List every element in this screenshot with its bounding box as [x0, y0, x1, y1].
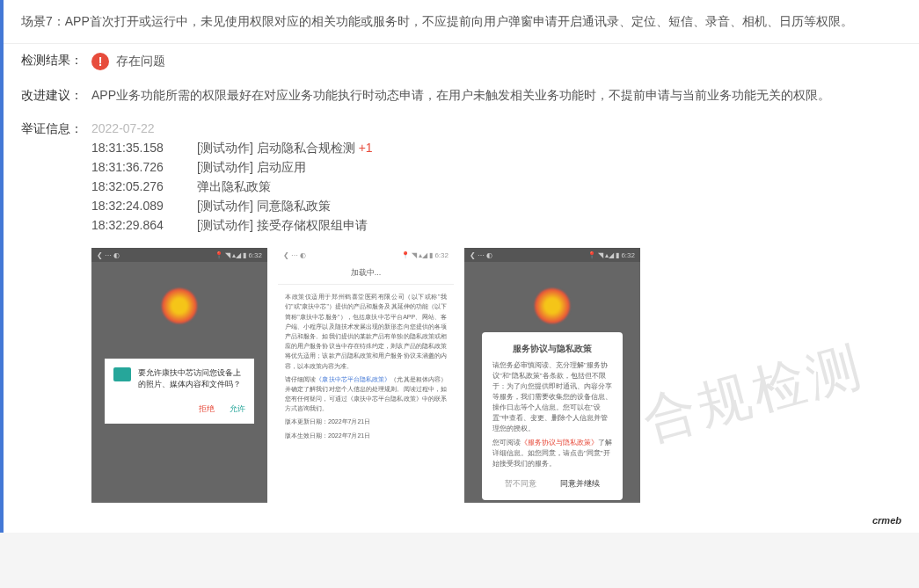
suggestion-row: 改进建议： APP业务功能所需的权限最好在对应业务功能执行时动态申请，在用户未触…: [4, 79, 919, 113]
deny-button[interactable]: 拒绝: [199, 404, 215, 413]
result-text: 存在问题: [116, 54, 165, 69]
suggestion-label: 改进建议：: [21, 88, 91, 104]
log-time: 18:32:24.089: [91, 199, 197, 214]
log-time: 18:32:29.864: [91, 218, 197, 234]
statusbar-right: 📍 ◥ ▴◢ ▮ 6:32: [401, 251, 449, 259]
plus-badge: +1: [359, 141, 373, 156]
screenshot-agreement-dialog: ❮ ⋯ ◐📍 ◥ ▴◢ ▮ 6:32 服务协议与隐私政策 请您务必审慎阅读、充分…: [464, 248, 640, 503]
policy-para-2: 请仔细阅读《康扶中芯平台隐私政策》（尤其是粗体内容）并确定了解我们对您个人信息的…: [285, 374, 447, 414]
policy-para-1: 本政策仅适用于郑州鹤喜堂医药有限公司（以下或称"我们"或"康扶中芯"）提供的产品…: [285, 292, 447, 371]
allow-button[interactable]: 允许: [230, 404, 245, 413]
folder-icon: [113, 367, 131, 381]
log-time: 18:31:36.726: [91, 160, 197, 176]
log-line: 18:32:05.276弹出隐私政策: [91, 179, 901, 195]
statusbar-right: 📍 ◥ ▴◢ ▮ 6:32: [215, 251, 262, 259]
screenshot-permission-dialog: ❮ ⋯ ◐📍 ◥ ▴◢ ▮ 6:32 要允许康扶中芯访问您设备上的照片、媒体内容…: [91, 248, 267, 503]
evidence-label: 举证信息：: [21, 121, 91, 137]
agree-button[interactable]: 同意并继续: [560, 478, 600, 490]
statusbar-left: ❮ ⋯ ◐: [470, 251, 492, 259]
agreement-body-2: 您可阅读《服务协议与隐私政策》了解详细信息。如您同意，请点击"同意"开始接受我们…: [492, 438, 612, 469]
log-action: [测试动作] 接受存储权限组申请: [197, 218, 368, 234]
log-line: 18:32:29.864[测试动作] 接受存储权限组申请: [91, 218, 901, 234]
policy-date-2: 版本生效日期：2022年7月21日: [285, 431, 447, 440]
disagree-button[interactable]: 暂不同意: [505, 478, 536, 490]
evidence-row: 举证信息： 2022-07-22 18:31:35.158[测试动作] 启动隐私…: [4, 113, 919, 512]
app-emblem-icon: [535, 288, 570, 323]
result-label: 检测结果：: [21, 53, 91, 69]
log-action: [测试动作] 启动隐私合规检测: [197, 141, 355, 156]
statusbar-right: 📍 ◥ ▴◢ ▮ 6:32: [587, 251, 635, 259]
suggestion-text: APP业务功能所需的权限最好在对应业务功能执行时动态申请，在用户未触发相关业务功…: [91, 88, 901, 104]
statusbar-left: ❮ ⋯ ◐: [283, 251, 306, 259]
log-action: [测试动作] 启动应用: [197, 160, 306, 176]
footer-logo: crmeb: [4, 512, 919, 533]
result-row: 检测结果： ! 存在问题: [4, 44, 919, 79]
agreement-body-1: 请您务必审慎阅读、充分理解"服务协议"和"隐私政策"各条款，包括但不限于：为了向…: [492, 360, 612, 434]
statusbar-left: ❮ ⋯ ◐: [97, 251, 120, 259]
permission-text: 要允许康扶中芯访问您设备上的照片、媒体内容和文件吗？: [138, 367, 245, 389]
log-time: 18:32:05.276: [91, 179, 197, 195]
scenario-title: 场景7：APP首次打开或运行中，未见使用权限对应的相关功能或服务时，不应提前向用…: [4, 0, 919, 44]
log-action: [测试动作] 同意隐私政策: [197, 199, 331, 214]
policy-date-1: 版本更新日期：2022年7月21日: [285, 417, 447, 426]
screenshot-privacy-policy: ❮ ⋯ ◐📍 ◥ ▴◢ ▮ 6:32 加载中... 本政策仅适用于郑州鹤喜堂医药…: [278, 248, 454, 503]
log-action: 弹出隐私政策: [197, 179, 271, 195]
log-time: 18:31:35.158: [91, 141, 197, 156]
evidence-date: 2022-07-22: [91, 121, 901, 135]
app-emblem-icon: [162, 288, 197, 323]
log-line: 18:32:24.089[测试动作] 同意隐私政策: [91, 199, 901, 214]
screenshots-container: ❮ ⋯ ◐📍 ◥ ▴◢ ▮ 6:32 要允许康扶中芯访问您设备上的照片、媒体内容…: [91, 248, 901, 503]
agreement-title: 服务协议与隐私政策: [492, 343, 612, 355]
log-line: 18:31:35.158[测试动作] 启动隐私合规检测+1: [91, 141, 901, 156]
log-line: 18:31:36.726[测试动作] 启动应用: [91, 160, 901, 176]
loading-header: 加载中...: [278, 262, 454, 285]
warning-icon: !: [91, 53, 109, 70]
